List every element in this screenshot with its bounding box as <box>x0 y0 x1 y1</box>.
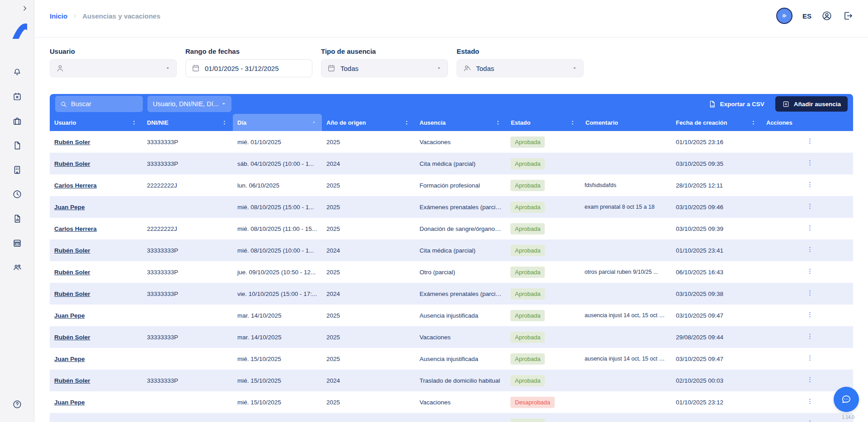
chat-fab-button[interactable] <box>834 387 859 412</box>
main-content: Inicio Ausencias y vacaciones ES Usuario… <box>34 0 868 422</box>
cell-anio: 2025 <box>322 356 415 362</box>
user-link[interactable]: Rubén Soler <box>54 160 90 167</box>
search-input[interactable] <box>71 100 138 108</box>
add-absence-button[interactable]: Añadir ausencia <box>775 96 848 112</box>
filter-estado-select[interactable]: Todas <box>457 59 584 77</box>
user-link[interactable]: Rubén Soler <box>54 269 90 276</box>
row-actions-button[interactable] <box>806 333 814 340</box>
sidebar-item-building[interactable] <box>12 165 22 177</box>
filter-tipo-select[interactable]: Todas <box>321 59 448 77</box>
sidebar-item-calendar-tray[interactable] <box>12 238 22 250</box>
sort-icon <box>570 120 576 126</box>
table-row: Carlos Herrera22222222Jlun. 06/10/202520… <box>50 174 853 196</box>
user-link[interactable]: Juan Pepe <box>54 356 85 362</box>
user-link[interactable]: Carlos Herrera <box>54 225 97 232</box>
cell-estado: Aprobada <box>506 245 581 256</box>
cell-fecha: 28/10/2025 12:11 <box>671 182 762 189</box>
column-label: Usuario <box>54 119 76 126</box>
filter-rango-label: Rango de fechas <box>185 47 312 55</box>
play-icon <box>780 11 789 20</box>
row-actions-button[interactable] <box>806 137 814 145</box>
sidebar-item-calendar-x[interactable] <box>12 92 22 103</box>
row-actions-button[interactable] <box>806 311 814 319</box>
column-header-acciones: Acciones <box>762 114 853 131</box>
user-link[interactable]: Juan Pepe <box>54 399 85 406</box>
filter-estado: Estado Todas <box>457 47 584 77</box>
sidebar-item-file-chart[interactable] <box>12 214 22 225</box>
cell-anio: 2025 <box>322 182 415 189</box>
user-link[interactable]: Juan Pepe <box>54 421 85 422</box>
cell-fecha: 03/10/2025 09:47 <box>671 356 762 362</box>
table-row: Rubén Soler33333333Pvie. 10/10/2025 (15:… <box>50 283 853 305</box>
sidebar-item-users[interactable] <box>12 263 22 274</box>
cell-ausencia: Vacaciones <box>415 139 506 145</box>
table-row: Rubén Soler33333333Pmié. 01/10/20252025V… <box>50 131 853 153</box>
cell-usuario: Rubén Soler <box>50 377 142 384</box>
row-actions-button[interactable] <box>806 202 814 210</box>
sidebar-item-briefcase[interactable] <box>12 116 22 128</box>
cell-usuario: Juan Pepe <box>50 312 142 319</box>
table-body: Rubén Soler33333333Pmié. 01/10/20252025V… <box>50 131 853 422</box>
user-link[interactable]: Rubén Soler <box>54 247 90 254</box>
row-actions-button[interactable] <box>806 376 814 384</box>
table-row-partial: Juan PepeAprobada <box>50 413 853 422</box>
row-actions-button[interactable] <box>806 354 814 362</box>
account-button[interactable] <box>821 10 832 21</box>
sidebar-item-clock[interactable] <box>12 189 22 201</box>
cell-dia: mar. 14/10/2025 <box>233 334 322 341</box>
column-header-anio[interactable]: Año de origen <box>322 114 415 131</box>
sidebar-nav <box>12 67 22 274</box>
cell-anio: 2025 <box>322 399 415 406</box>
breadcrumb: Inicio Ausencias y vacaciones <box>50 12 160 20</box>
column-header-usuario[interactable]: Usuario <box>50 114 142 131</box>
user-link[interactable]: Rubén Soler <box>54 377 90 384</box>
cell-dia: mié. 08/10/2025 (15:00 - 1... <box>233 204 322 211</box>
cell-acciones <box>762 246 853 255</box>
play-button[interactable] <box>776 8 793 24</box>
sidebar-expand-button[interactable] <box>21 5 28 12</box>
status-badge: Aprobada <box>510 332 545 343</box>
column-label: Acciones <box>766 119 793 126</box>
row-actions-button[interactable] <box>806 267 814 275</box>
export-csv-button[interactable]: CSV Exportar a CSV <box>708 100 764 108</box>
user-link[interactable]: Juan Pepe <box>54 312 85 319</box>
language-selector[interactable]: ES <box>802 12 811 20</box>
sidebar-item-file[interactable] <box>12 141 22 152</box>
user-link[interactable]: Carlos Herrera <box>54 182 97 189</box>
column-header-ausencia[interactable]: Ausencia <box>415 114 506 131</box>
cell-fecha: 01/10/2025 23:12 <box>671 399 762 406</box>
column-header-dni[interactable]: DNI/NIE <box>142 114 233 131</box>
cell-fecha: 03/10/2025 09:46 <box>671 204 762 211</box>
cell-dni: 22222222J <box>142 225 233 232</box>
column-header-dia[interactable]: Día <box>233 114 322 131</box>
row-actions-button[interactable] <box>806 246 814 253</box>
sidebar-item-bell[interactable] <box>12 67 22 79</box>
row-actions-button[interactable] <box>806 289 814 297</box>
filter-usuario-select[interactable] <box>50 59 177 77</box>
row-actions-button[interactable] <box>806 419 814 422</box>
user-link[interactable]: Rubén Soler <box>54 139 90 145</box>
search-scope-select[interactable]: Usuario, DNI/NIE, Dí... <box>147 96 231 112</box>
user-link[interactable]: Rubén Soler <box>54 291 90 297</box>
row-actions-button[interactable] <box>806 159 814 167</box>
column-header-estado[interactable]: Estado <box>506 114 581 131</box>
cell-estado: Aprobada <box>506 310 581 321</box>
export-csv-label: Exportar a CSV <box>720 101 764 108</box>
cell-fecha: 03/10/2025 09:38 <box>671 291 762 297</box>
cell-dia: jue. 09/10/2025 (10:50 - 12... <box>233 269 322 276</box>
plus-square-icon <box>782 100 790 108</box>
status-badge: Aprobada <box>510 158 545 169</box>
logout-button[interactable] <box>842 10 853 21</box>
calendar-tray-icon <box>12 238 22 248</box>
column-header-fecha[interactable]: Fecha de creación <box>671 114 762 131</box>
row-actions-button[interactable] <box>806 181 814 188</box>
user-link[interactable]: Rubén Soler <box>54 334 90 341</box>
cell-estado: Aprobada <box>506 180 581 191</box>
help-button[interactable] <box>12 399 22 409</box>
user-link[interactable]: Juan Pepe <box>54 204 85 211</box>
chevron-down-icon <box>165 65 171 71</box>
breadcrumb-home-link[interactable]: Inicio <box>50 12 67 20</box>
filter-rango-input[interactable]: 01/01/2025 - 31/12/2025 <box>185 59 312 77</box>
row-actions-button[interactable] <box>806 224 814 232</box>
row-actions-button[interactable] <box>806 398 814 405</box>
